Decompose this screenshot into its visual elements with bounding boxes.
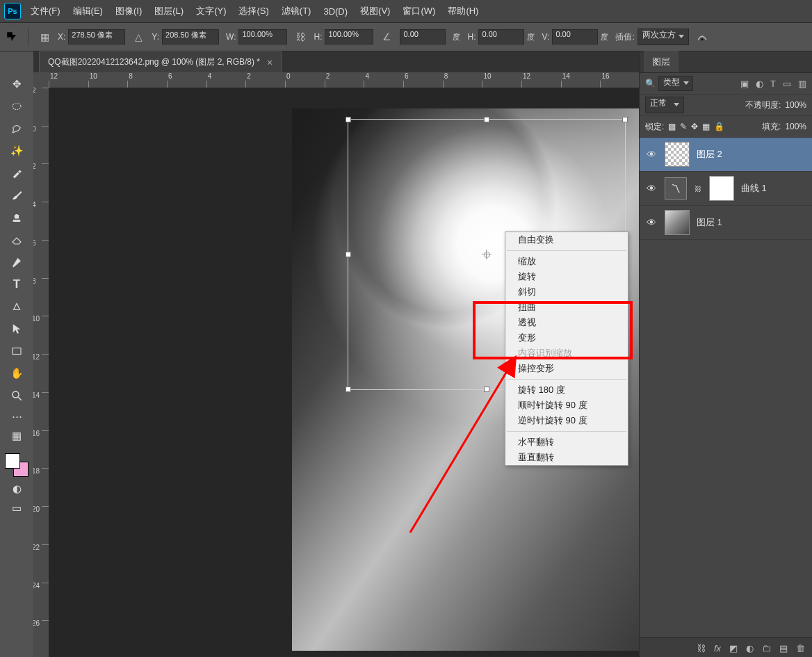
- visibility-eye-icon[interactable]: 👁: [647, 217, 658, 228]
- magic-wand-tool[interactable]: ✨: [6, 142, 27, 160]
- layer-row[interactable]: 👁 〽 ⛓ 曲线 1: [640, 172, 812, 206]
- menu-type[interactable]: 文字(Y): [193, 5, 229, 17]
- menu-3d[interactable]: 3D(D): [320, 6, 350, 17]
- y-input[interactable]: 208.50 像素: [162, 29, 219, 44]
- h-input[interactable]: 100.00%: [325, 29, 373, 44]
- delta-icon[interactable]: △: [132, 31, 145, 43]
- menu-window[interactable]: 窗口(W): [400, 5, 438, 17]
- layer-filter-search[interactable]: 🔍 类型: [645, 76, 693, 91]
- fill-value[interactable]: 100%: [785, 122, 806, 131]
- menu-edit[interactable]: 编辑(E): [70, 5, 106, 17]
- stamp-tool[interactable]: [6, 209, 27, 227]
- lasso-tool[interactable]: [6, 120, 27, 138]
- warp-mode-icon[interactable]: [696, 31, 708, 43]
- w-input[interactable]: 100.00%: [238, 29, 287, 44]
- visibility-eye-icon[interactable]: 👁: [647, 149, 658, 160]
- handle-bottom-left[interactable]: [346, 387, 351, 392]
- layer-name[interactable]: 曲线 1: [741, 182, 767, 195]
- layer-name[interactable]: 图层 1: [697, 216, 722, 229]
- handle-bottom-middle[interactable]: [484, 387, 489, 392]
- handle-top-right[interactable]: [622, 117, 628, 122]
- toolbar-more-icon[interactable]: ⋯: [6, 409, 27, 424]
- menu-help[interactable]: 帮助(H): [445, 5, 481, 17]
- layer-thumbnail[interactable]: [665, 142, 690, 167]
- move-tool[interactable]: ✥: [6, 75, 27, 93]
- close-tab-icon[interactable]: ×: [267, 57, 273, 68]
- tool-preset-icon[interactable]: [6, 31, 18, 43]
- curves-adjustment-icon[interactable]: 〽: [665, 177, 687, 200]
- ctx-flip-h[interactable]: 水平翻转: [505, 435, 628, 450]
- hskew-input[interactable]: 0.00: [478, 29, 524, 44]
- link-icon[interactable]: ⛓: [294, 31, 307, 43]
- path-select-tool[interactable]: [6, 320, 27, 338]
- ctx-warp[interactable]: 变形: [505, 330, 628, 346]
- eraser-tool[interactable]: [6, 231, 27, 249]
- blend-mode-select[interactable]: 正常: [645, 97, 684, 113]
- ctx-rotate[interactable]: 旋转: [505, 269, 628, 284]
- mask-link-icon[interactable]: ⛓: [694, 185, 702, 193]
- reference-point-grid-icon[interactable]: ▦: [38, 31, 51, 43]
- visibility-eye-icon[interactable]: 👁: [647, 183, 658, 194]
- handle-top-middle[interactable]: [484, 117, 489, 122]
- ctx-free-transform[interactable]: 自由变换: [505, 232, 628, 248]
- zoom-tool[interactable]: [6, 387, 27, 405]
- menu-layer[interactable]: 图层(L): [152, 5, 186, 17]
- ruler-vertical[interactable]: 2 0 2 4 6 8 10 12 14 16 18 20 22 24 26: [33, 88, 49, 657]
- ctx-puppet-warp[interactable]: 操控变形: [505, 361, 628, 376]
- new-adjustment-icon[interactable]: ◐: [746, 643, 754, 654]
- ctx-skew[interactable]: 斜切: [505, 284, 628, 300]
- screenmode-icon[interactable]: ▭: [6, 501, 27, 516]
- x-input[interactable]: 278.50 像素: [68, 29, 125, 44]
- ctx-rotate-cw[interactable]: 顺时针旋转 90 度: [505, 398, 628, 413]
- ctx-flip-v[interactable]: 垂直翻转: [505, 450, 628, 465]
- rectangle-tool[interactable]: [6, 342, 27, 360]
- ruler-horizontal[interactable]: 12 10 8 6 4 2 0 2 4 6 8 10 12 14 16: [49, 72, 640, 88]
- layers-tab[interactable]: 图层: [644, 50, 679, 72]
- layer-row[interactable]: 👁 图层 1: [640, 206, 812, 240]
- ctx-rotate-ccw[interactable]: 逆时针旋转 90 度: [505, 413, 628, 428]
- filter-type-icon[interactable]: T: [770, 79, 776, 89]
- filter-kind-select[interactable]: 类型: [658, 76, 693, 91]
- filter-adjust-icon[interactable]: ◐: [756, 79, 763, 89]
- layer-row[interactable]: 👁 图层 2: [640, 138, 812, 172]
- new-group-icon[interactable]: 🗀: [762, 643, 771, 654]
- lock-all-icon[interactable]: 🔒: [714, 122, 724, 131]
- filter-pixel-icon[interactable]: ▣: [740, 79, 749, 89]
- ctx-perspective[interactable]: 透视: [505, 315, 628, 330]
- vskew-input[interactable]: 0.00: [552, 29, 598, 44]
- fx-icon[interactable]: fx: [714, 643, 721, 654]
- shape-pen-tool[interactable]: [6, 298, 27, 316]
- color-swatches[interactable]: [5, 453, 29, 477]
- menu-file[interactable]: 文件(F): [28, 5, 63, 17]
- layer-mask-thumbnail[interactable]: [709, 176, 734, 201]
- angle-input[interactable]: 0.00: [400, 29, 446, 44]
- transform-center-icon[interactable]: [482, 250, 492, 259]
- layer-name[interactable]: 图层 2: [697, 148, 722, 161]
- quickmask-icon[interactable]: ◐: [6, 481, 27, 496]
- delete-layer-icon[interactable]: 🗑: [796, 643, 805, 654]
- add-mask-icon[interactable]: ◩: [729, 643, 738, 654]
- handle-top-left[interactable]: [346, 117, 351, 122]
- type-tool[interactable]: T: [6, 275, 27, 293]
- eyedropper-tool[interactable]: [6, 164, 27, 182]
- lock-transparency-icon[interactable]: ▩: [668, 122, 676, 131]
- lock-artboard-icon[interactable]: ▦: [702, 122, 710, 131]
- document-tab[interactable]: QQ截图20220412123642.png @ 100% (图层 2, RGB…: [39, 51, 282, 72]
- ctx-rotate-180[interactable]: 旋转 180 度: [505, 382, 628, 398]
- link-layers-icon[interactable]: ⛓: [697, 643, 706, 654]
- menu-image[interactable]: 图像(I): [113, 5, 145, 17]
- filter-shape-icon[interactable]: ▭: [783, 79, 791, 89]
- lock-position-icon[interactable]: ✥: [691, 122, 698, 131]
- new-layer-icon[interactable]: ▤: [779, 643, 788, 654]
- handle-middle-left[interactable]: [346, 252, 351, 257]
- menu-filter[interactable]: 滤镜(T): [279, 5, 314, 17]
- interp-select[interactable]: 两次立方: [638, 29, 689, 45]
- ctx-scale[interactable]: 缩放: [505, 254, 628, 269]
- hand-tool[interactable]: ✋: [6, 364, 27, 382]
- filter-smart-icon[interactable]: ▥: [798, 79, 806, 89]
- lock-pixels-icon[interactable]: ✎: [680, 122, 687, 131]
- layer-thumbnail[interactable]: [665, 210, 690, 235]
- marquee-ellipse-tool[interactable]: [6, 97, 27, 115]
- menu-select[interactable]: 选择(S): [236, 5, 271, 17]
- ctx-distort[interactable]: 扭曲: [505, 300, 628, 315]
